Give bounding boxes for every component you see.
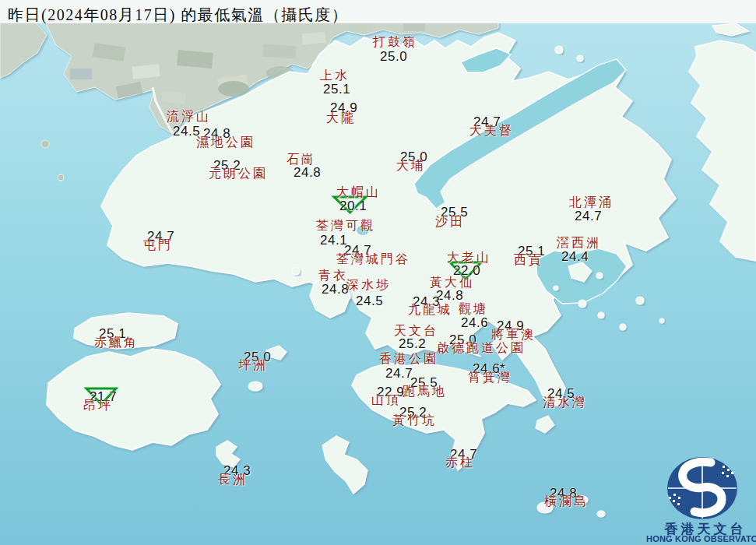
station-value: 25.0	[380, 50, 407, 63]
station-name: 黃大仙	[430, 276, 474, 289]
station-name: 筲箕灣	[468, 371, 512, 384]
station-name: 橫瀾島	[544, 495, 589, 508]
station-name: 深水埗	[346, 279, 391, 291]
station-name: 濕地公園	[196, 136, 255, 149]
station-name: 黃竹坑	[392, 414, 437, 427]
station-name: 天文台	[394, 325, 438, 337]
station-name: 流浮山	[167, 111, 211, 123]
station-name: 青衣	[318, 269, 348, 282]
station-name: 西貢	[514, 254, 543, 266]
hko-logo-name-en: HONG KONG OBSERVATORY	[646, 534, 756, 543]
station-name: 大老山	[447, 251, 491, 264]
hko-logo: 香港天文台 HONG KONG OBSERVATORY	[646, 452, 756, 545]
station-name: 跑馬地	[403, 385, 447, 398]
station-name: 清水灣	[543, 396, 587, 409]
station-name: 觀塘	[459, 303, 488, 315]
station-value: 24.1	[320, 234, 347, 247]
station-name: 長洲	[218, 473, 248, 486]
station-name: 大美督	[469, 125, 514, 137]
station-value: 24.8	[294, 166, 321, 179]
station-name: 將軍澳	[491, 329, 536, 341]
station-value: 20.1	[339, 199, 367, 213]
station-name: 啟德跑道公園	[437, 342, 526, 354]
station-name: 昂坪	[83, 399, 113, 412]
station-value: 25.2	[399, 337, 426, 350]
station-value: 24.8	[436, 289, 463, 302]
station-name: 石崗	[287, 153, 316, 166]
station-name: 赤鱲角	[94, 336, 139, 349]
station-name: 荃灣可觀	[316, 220, 375, 232]
station-value: 25.1	[323, 83, 350, 96]
station-name: 元朗公園	[209, 167, 268, 180]
station-name: 打鼓嶺	[373, 36, 417, 48]
station-value: 24.7	[575, 209, 602, 223]
station-name: 大隴	[326, 112, 356, 125]
station-name: 赤柱	[445, 456, 475, 469]
station-name: 大埔	[396, 160, 426, 172]
station-name: 大帽山	[336, 186, 381, 199]
station-name: 上水	[320, 69, 350, 82]
min-temperature-map: 昨日(2024年08月17日) 的最低氣溫（攝氏度） 25.0打鼓嶺25.1上水…	[0, 0, 756, 545]
station-value: 24.5	[356, 294, 383, 308]
stations-layer: 25.0打鼓嶺25.1上水24.9大隴24.5流浮山24.8濕地公園25.2元朗…	[0, 0, 756, 545]
station-value: 24.7	[385, 367, 413, 380]
station-value: 24.6	[461, 316, 488, 329]
station-name: 北潭涌	[569, 196, 614, 209]
station-name: 坪洲	[238, 359, 268, 371]
station-value: 24.4	[561, 250, 589, 263]
station-name: 屯門	[143, 239, 173, 251]
station-name: 山頂	[371, 394, 401, 406]
map-title: 昨日(2024年08月17日) 的最低氣溫（攝氏度）	[8, 5, 348, 26]
station-name: 香港公園	[379, 353, 438, 365]
station-name: 滘西洲	[557, 237, 601, 249]
station-value: 24.8	[322, 283, 349, 296]
station-name: 荃灣城門谷	[336, 253, 410, 265]
station-name: 九龍城	[408, 304, 452, 316]
station-name: 沙田	[435, 216, 465, 228]
